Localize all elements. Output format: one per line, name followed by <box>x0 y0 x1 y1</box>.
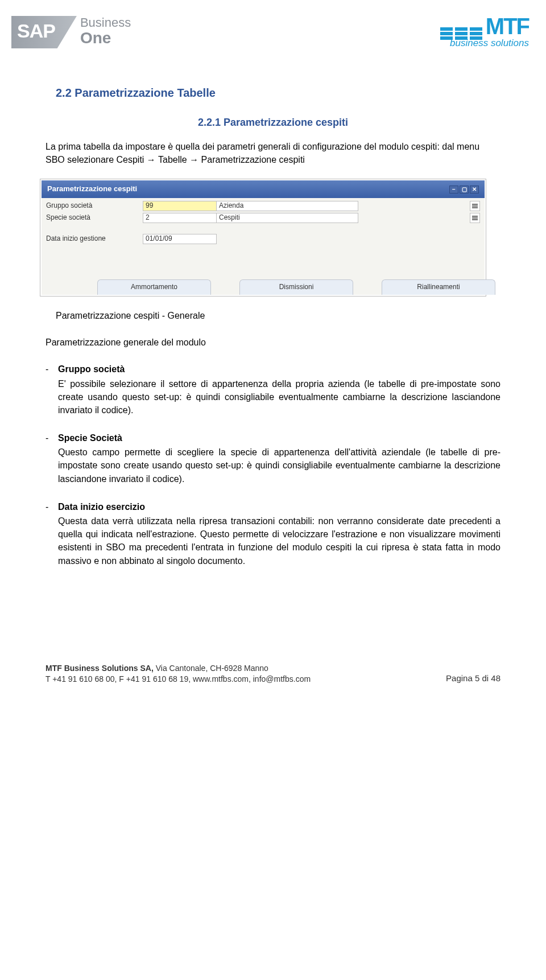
form-row-data: Data inizio gestione 01/01/09 <box>46 233 480 245</box>
modulo-line: Parametrizzazione generale del modulo <box>46 336 500 349</box>
tab-ammortamento[interactable]: Ammortamento <box>97 279 211 295</box>
header-logos: SAP Business One MTF business solutions <box>11 16 529 51</box>
form-row-gruppo: Gruppo società 99 Azienda <box>46 200 480 212</box>
subsection-heading: 2.2.1 Parametrizzazione cespiti <box>46 115 500 130</box>
item-body: Questa data verrà utilizzata nella ripre… <box>58 514 500 567</box>
item-title: Data inizio esercizio <box>58 500 145 513</box>
field-data-value[interactable]: 01/01/09 <box>143 234 217 244</box>
page-footer: MTF Business Solutions SA, Via Cantonale… <box>0 663 546 696</box>
form-row-specie: Specie società 2 Cespiti <box>46 212 480 224</box>
footer-company: MTF Business Solutions SA, <box>46 664 154 673</box>
footer-address: Via Cantonale, CH-6928 Manno <box>154 664 268 673</box>
label-gruppo: Gruppo società <box>46 201 143 211</box>
list-item: -Gruppo società E' possibile selezionare… <box>46 363 500 417</box>
intro-paragraph: La prima tabella da impostare è quella d… <box>46 140 500 166</box>
picker-icon[interactable] <box>470 213 480 223</box>
minimize-icon[interactable]: − <box>449 186 458 193</box>
window-titlebar: Parametrizzazione cespiti − ▢ ✕ <box>42 180 485 198</box>
sap-logo-text: Business One <box>80 16 131 47</box>
sap-logo: SAP Business One <box>11 16 131 48</box>
field-specie-desc: Cespiti <box>216 213 358 223</box>
tab-dismissioni[interactable]: Dismissioni <box>239 279 353 295</box>
item-body: Questo campo permette di scegliere la sp… <box>58 446 500 485</box>
close-icon[interactable]: ✕ <box>470 186 479 193</box>
label-data: Data inizio gestione <box>46 234 143 244</box>
window-controls: − ▢ ✕ <box>449 186 479 193</box>
field-gruppo-value[interactable]: 99 <box>143 201 217 211</box>
label-specie: Specie società <box>46 213 143 223</box>
sap-line2: One <box>80 30 131 47</box>
definition-list: -Gruppo società E' possibile selezionare… <box>46 363 500 567</box>
item-title: Gruppo società <box>58 363 125 376</box>
window-title: Parametrizzazione cespiti <box>47 184 137 195</box>
maximize-icon[interactable]: ▢ <box>460 186 469 193</box>
footer-pager: Pagina 5 di 48 <box>446 672 500 685</box>
list-item: -Specie Società Questo campo permette di… <box>46 431 500 485</box>
footer-contacts: T +41 91 610 68 00, F +41 91 610 68 19, … <box>46 674 311 685</box>
footer-left: MTF Business Solutions SA, Via Cantonale… <box>46 663 311 685</box>
mtf-brand: MTF <box>486 16 529 36</box>
item-title: Specie Società <box>58 431 122 444</box>
sap-logo-box: SAP <box>11 16 77 48</box>
window-body: Gruppo società 99 Azienda Specie società… <box>42 198 485 295</box>
section-heading: 2.2 Parametrizzazione Tabelle <box>56 85 500 101</box>
tab-riallineamenti[interactable]: Riallineamenti <box>382 279 495 295</box>
mtf-logo: MTF business solutions <box>440 16 529 51</box>
field-specie-value[interactable]: 2 <box>143 213 217 223</box>
tabs-row: Ammortamento Dismissioni Riallineamenti <box>46 279 480 295</box>
list-item: -Data inizio esercizio Questa data verrà… <box>46 500 500 567</box>
sap-line1: Business <box>80 16 131 30</box>
field-gruppo-desc: Azienda <box>216 201 358 211</box>
embedded-screenshot: Parametrizzazione cespiti − ▢ ✕ Gruppo s… <box>40 179 486 297</box>
mtf-tagline: business solutions <box>440 36 529 51</box>
item-body: E' possibile selezionare il settore di a… <box>58 377 500 417</box>
picker-icon[interactable] <box>470 201 480 211</box>
sub-label: Parametrizzazione cespiti - Generale <box>56 309 500 322</box>
